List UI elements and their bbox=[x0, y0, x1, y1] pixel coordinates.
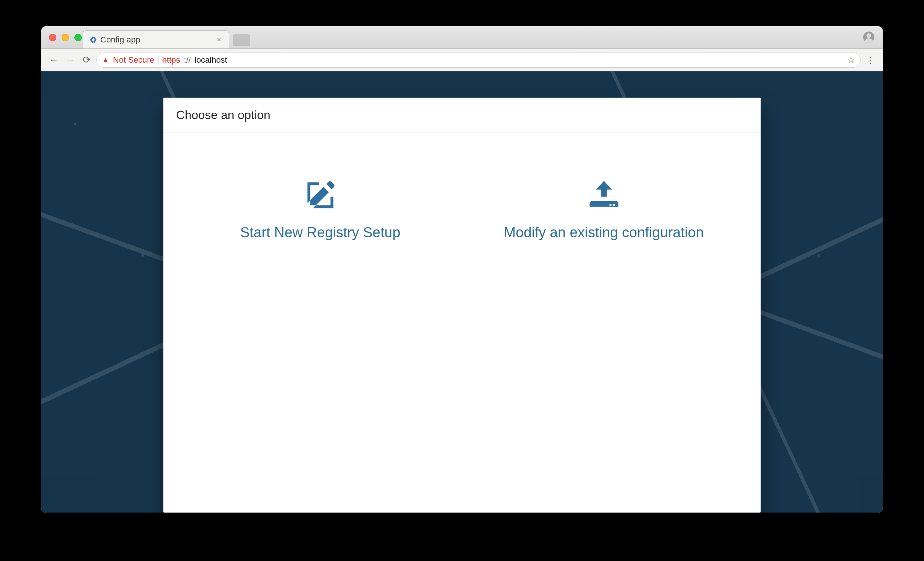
new-tab-button[interactable] bbox=[233, 34, 250, 46]
browser-window: Config app × ← → ⟳ ▲ Not Secure https :/… bbox=[41, 26, 883, 513]
card-body: Start New Registry Setup Modify an exist… bbox=[163, 133, 761, 301]
browser-menu-button[interactable]: ⋮ bbox=[863, 53, 877, 67]
address-bar[interactable]: ▲ Not Secure https :// localhost ☆ bbox=[96, 53, 861, 68]
profile-avatar-icon[interactable] bbox=[863, 32, 874, 43]
url-slashes: :// bbox=[184, 55, 191, 65]
not-secure-label: Not Secure bbox=[113, 55, 154, 65]
tab-favicon-icon bbox=[88, 36, 97, 44]
address-separator bbox=[158, 56, 159, 65]
edit-square-icon bbox=[303, 178, 338, 214]
choose-option-card: Choose an option Start New Registry Setu… bbox=[163, 98, 761, 513]
not-secure-icon: ▲ bbox=[102, 56, 109, 64]
url-protocol: https bbox=[162, 55, 180, 65]
browser-titlebar: Config app × bbox=[41, 26, 883, 49]
option-modify-existing-config[interactable]: Modify an existing configuration bbox=[462, 178, 746, 241]
card-heading: Choose an option bbox=[163, 98, 761, 133]
reload-button[interactable]: ⟳ bbox=[80, 53, 94, 67]
bookmark-star-icon[interactable]: ☆ bbox=[847, 55, 855, 65]
screenshot-stage: Config app × ← → ⟳ ▲ Not Secure https :/… bbox=[0, 0, 924, 561]
option-label: Modify an existing configuration bbox=[504, 225, 704, 241]
option-label: Start New Registry Setup bbox=[240, 225, 400, 241]
browser-toolbar: ← → ⟳ ▲ Not Secure https :// localhost ☆… bbox=[41, 49, 883, 71]
page-viewport: Choose an option Start New Registry Setu… bbox=[41, 71, 883, 513]
window-close-button[interactable] bbox=[49, 34, 56, 41]
tab-close-button[interactable]: × bbox=[214, 35, 223, 44]
browser-tab-active[interactable]: Config app × bbox=[83, 30, 229, 48]
url-host: localhost bbox=[195, 55, 227, 65]
upload-icon bbox=[587, 178, 621, 214]
option-start-new-registry[interactable]: Start New Registry Setup bbox=[178, 178, 462, 241]
tab-title: Config app bbox=[100, 35, 140, 45]
window-controls bbox=[49, 34, 82, 41]
window-minimize-button[interactable] bbox=[62, 34, 69, 41]
forward-button[interactable]: → bbox=[63, 53, 77, 67]
back-button[interactable]: ← bbox=[47, 53, 61, 67]
window-zoom-button[interactable] bbox=[74, 34, 82, 41]
